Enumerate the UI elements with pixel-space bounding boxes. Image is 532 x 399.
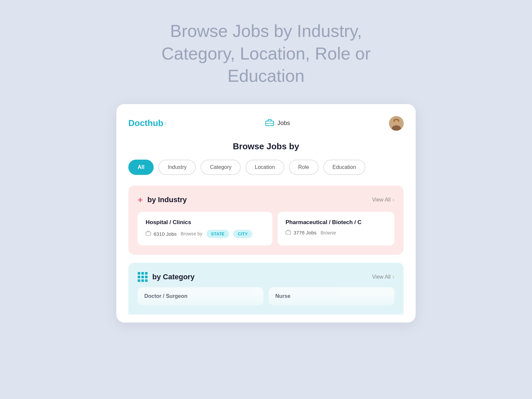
filter-location[interactable]: Location: [245, 160, 284, 175]
filter-role[interactable]: Role: [289, 160, 319, 175]
industry-card-1[interactable]: Hospital / Clinics 6310 Jobs Browse by S…: [138, 212, 272, 245]
industry-section-title: by Industry: [147, 196, 187, 204]
industry-cards: Hospital / Clinics 6310 Jobs Browse by S…: [138, 212, 394, 245]
industry-card-1-jobs-count: 6310 Jobs: [146, 231, 177, 237]
industry-section-header: + by Industry View All ›: [138, 195, 394, 205]
category-section: by Category View All › Doctor / Surgeon …: [128, 263, 404, 315]
nav-jobs[interactable]: Jobs: [265, 119, 290, 128]
industry-view-all-arrow: ›: [393, 197, 394, 203]
category-cards: Doctor / Surgeon Nurse: [138, 287, 394, 308]
filter-category[interactable]: Category: [200, 160, 241, 175]
nav-jobs-label: Jobs: [277, 120, 290, 127]
state-tag-1[interactable]: STATE: [206, 230, 229, 238]
category-card-1[interactable]: Doctor / Surgeon: [138, 287, 263, 305]
page-main-title: Browse Jobs by Industry, Category, Locat…: [133, 20, 399, 87]
main-card: Docthub↑ Jobs Br: [116, 104, 416, 323]
category-section-header: by Category View All ›: [138, 272, 394, 282]
industry-card-2[interactable]: Pharmaceutical / Biotech / C 3776 Jobs B…: [278, 212, 394, 245]
browse-by-2: Browse: [321, 230, 336, 235]
industry-section: + by Industry View All › Hospital / Clin…: [128, 186, 404, 255]
category-card-2[interactable]: Nurse: [269, 287, 394, 305]
industry-view-all[interactable]: View All ›: [372, 197, 394, 203]
svg-rect-8: [146, 232, 151, 235]
industry-card-1-meta: 6310 Jobs Browse by STATE CITY: [146, 230, 264, 238]
category-view-all-label: View All: [372, 274, 391, 280]
filter-buttons: All Industry Category Location Role Educ…: [128, 160, 404, 175]
industry-card-2-jobs-count: 3776 Jobs: [286, 230, 317, 236]
industry-view-all-label: View All: [372, 197, 391, 203]
industry-title-group: + by Industry: [138, 195, 187, 205]
briefcase-icon: [265, 119, 274, 128]
svg-point-7: [394, 120, 398, 124]
city-tag-1[interactable]: CITY: [233, 230, 252, 238]
industry-card-2-meta: 3776 Jobs Browse: [286, 230, 386, 236]
logo-text: Docthub: [128, 118, 163, 128]
avatar[interactable]: [389, 116, 404, 131]
category-card-2-name: Nurse: [275, 293, 388, 299]
industry-card-1-name: Hospital / Clinics: [146, 219, 264, 226]
category-card-1-name: Doctor / Surgeon: [144, 293, 257, 299]
filter-education[interactable]: Education: [323, 160, 365, 175]
browse-by-1: Browse by: [181, 231, 202, 236]
logo[interactable]: Docthub↑: [128, 118, 166, 128]
industry-icon: +: [138, 195, 143, 205]
logo-superscript: ↑: [164, 121, 166, 126]
briefcase-small-icon-2: [286, 230, 291, 236]
card-header: Docthub↑ Jobs: [128, 116, 404, 131]
filter-all[interactable]: All: [128, 160, 154, 175]
category-section-title: by Category: [152, 273, 195, 281]
briefcase-small-icon-1: [146, 231, 151, 237]
browse-title: Browse Jobs by: [128, 141, 404, 152]
category-title-group: by Category: [138, 272, 195, 282]
category-view-all[interactable]: View All ›: [372, 274, 394, 280]
category-grid-icon: [138, 272, 148, 282]
industry-card-2-name: Pharmaceutical / Biotech / C: [286, 219, 386, 226]
category-view-all-arrow: ›: [393, 274, 394, 280]
filter-industry[interactable]: Industry: [158, 160, 196, 175]
svg-rect-9: [286, 231, 291, 234]
